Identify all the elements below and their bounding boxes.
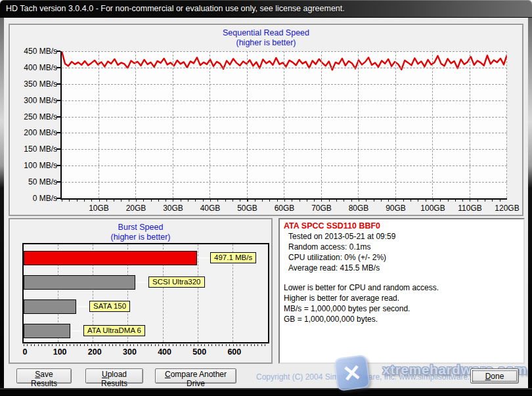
copyright-text: Copyright (C) 2004 Simpli Software, Inc.… xyxy=(256,372,485,382)
average-read-line: Average read: 415.5 MB/s xyxy=(284,263,520,273)
y-axis-label: 100 MB/s xyxy=(11,161,57,170)
y-axis-label: 0 MB/s xyxy=(11,194,57,203)
upload-results-button[interactable]: Upload Results xyxy=(85,368,143,384)
x-axis-label: 50GB xyxy=(228,204,267,213)
y-axis-label: 400 MB/s xyxy=(11,63,57,72)
x-axis-label: 120GB xyxy=(487,204,527,213)
x-axis-label: 10GB xyxy=(79,204,119,213)
v-gridline xyxy=(284,51,284,198)
burst-bar xyxy=(24,324,70,338)
note-lower-better: Lower is better for CPU and random acces… xyxy=(284,282,520,293)
y-axis-tick xyxy=(56,51,60,52)
h-gridline xyxy=(62,165,507,166)
drive-info-panel: ATA SPCC SSD110 BBF0 Tested on 2013-05-2… xyxy=(278,218,525,364)
random-access-line: Random access: 0.1ms xyxy=(284,242,520,252)
title-bar[interactable]: HD Tach version 3.0.4.0 - For non-commer… xyxy=(0,0,532,18)
v-gridline xyxy=(432,51,433,198)
bar-label-connector xyxy=(70,330,83,332)
h-gridline xyxy=(62,182,507,183)
y-axis-label: 150 MB/s xyxy=(11,144,57,154)
burst-x-axis-label: 200 xyxy=(80,347,109,357)
window-frame-right xyxy=(528,18,532,388)
x-axis-label: 90GB xyxy=(376,204,416,213)
y-axis-tick xyxy=(56,83,60,85)
x-axis-label: 110GB xyxy=(451,204,490,213)
v-gridline xyxy=(470,51,470,198)
v-gridline xyxy=(358,51,359,198)
x-axis-label: 60GB xyxy=(265,204,304,213)
burst-x-axis-label: 600 xyxy=(220,347,249,357)
x-axis-label: 70GB xyxy=(302,204,342,213)
v-gridline xyxy=(247,51,248,198)
window-title: HD Tach version 3.0.4.0 - For non-commer… xyxy=(0,0,532,18)
client-area: Sequential Read Speed (higher is better)… xyxy=(4,18,528,388)
h-gridline xyxy=(62,117,507,118)
x-axis-label: 100GB xyxy=(413,204,453,213)
bar-value-label: ATA UltraDMA 6 xyxy=(83,325,145,336)
tested-on-line: Tested on 2013-05-21 at 09:59 xyxy=(284,231,520,242)
burst-chart-title: Burst Speed xyxy=(10,223,271,232)
burst-x-axis-label: 100 xyxy=(45,347,74,357)
h-gridline xyxy=(62,84,507,85)
v-gridline xyxy=(395,51,396,198)
done-button[interactable]: Done xyxy=(470,368,519,384)
y-axis-tick xyxy=(56,181,60,183)
x-axis-minor-ticks xyxy=(62,200,507,202)
y-axis-tick xyxy=(56,165,60,166)
burst-bar xyxy=(24,251,197,265)
v-gridline xyxy=(135,51,136,198)
burst-x-axis-label: 500 xyxy=(185,347,214,357)
v-gridline xyxy=(99,51,99,198)
burst-x-axis-label: 0 xyxy=(11,347,39,357)
h-gridline xyxy=(62,51,507,52)
bar-label-connector xyxy=(76,306,89,307)
x-axis-label: 20GB xyxy=(116,204,156,213)
burst-chart-subtitle: (higher is better) xyxy=(10,232,271,242)
burst-x-axis-label: 400 xyxy=(150,347,179,357)
burst-x-axis-label: 300 xyxy=(115,347,144,357)
v-gridline xyxy=(210,51,210,198)
h-gridline xyxy=(62,68,507,68)
hd-tach-window: HD Tach version 3.0.4.0 - For non-commer… xyxy=(0,0,532,396)
x-axis-label: 40GB xyxy=(190,204,230,213)
x-axis-label: 80GB xyxy=(339,204,378,213)
burst-plot-area: 497.1 MB/sSCSI Ultra320SATA 150ATA Ultra… xyxy=(22,243,269,343)
note-mbs-definition: MB/s = 1,000,000 bytes per second. xyxy=(284,303,520,314)
x-axis-label: 30GB xyxy=(154,204,193,213)
sequential-read-panel: Sequential Read Speed (higher is better)… xyxy=(9,24,523,216)
sequential-chart-title: Sequential Read Speed xyxy=(10,28,522,37)
drive-name: ATA SPCC SSD110 BBF0 xyxy=(284,221,520,231)
info-spacer xyxy=(284,273,520,282)
bar-label-connector xyxy=(135,282,148,283)
y-axis-tick xyxy=(56,148,60,150)
v-gridline xyxy=(173,51,173,198)
burst-bar xyxy=(24,299,76,314)
bar-label-connector xyxy=(197,257,210,259)
window-frame-bottom xyxy=(0,388,532,396)
y-axis-label: 450 MB/s xyxy=(11,47,57,56)
y-axis-tick xyxy=(56,116,60,118)
y-axis-label: 250 MB/s xyxy=(11,112,57,121)
y-axis-tick xyxy=(56,67,60,68)
sequential-read-line xyxy=(62,51,507,198)
v-gridline xyxy=(506,51,507,198)
sequential-chart-subtitle: (higher is better) xyxy=(10,38,522,47)
note-gb-definition: GB = 1,000,000,000 bytes. xyxy=(284,314,520,324)
cpu-utilization-line: CPU utilization: 0% (+/- 2%) xyxy=(284,252,520,263)
y-axis-tick xyxy=(56,132,60,133)
v-gridline xyxy=(321,51,322,198)
burst-bar xyxy=(24,275,135,290)
bar-value-label: SATA 150 xyxy=(89,301,130,312)
y-axis-label: 50 MB/s xyxy=(11,177,57,187)
y-axis-label: 200 MB/s xyxy=(11,128,57,137)
note-higher-better: Higher is better for average read. xyxy=(284,293,520,303)
y-axis-tick xyxy=(56,198,60,199)
bar-value-label: SCSI Ultra320 xyxy=(148,276,205,288)
compare-another-drive-button[interactable]: Compare Another Drive xyxy=(155,368,236,384)
bar-value-label: 497.1 MB/s xyxy=(210,252,256,263)
burst-speed-panel: Burst Speed (higher is better) 497.1 MB/… xyxy=(9,218,273,364)
h-gridline xyxy=(62,133,507,133)
burst-v-gridline xyxy=(198,244,198,342)
y-axis-label: 350 MB/s xyxy=(11,79,57,89)
save-results-button[interactable]: Save Results xyxy=(16,368,72,384)
